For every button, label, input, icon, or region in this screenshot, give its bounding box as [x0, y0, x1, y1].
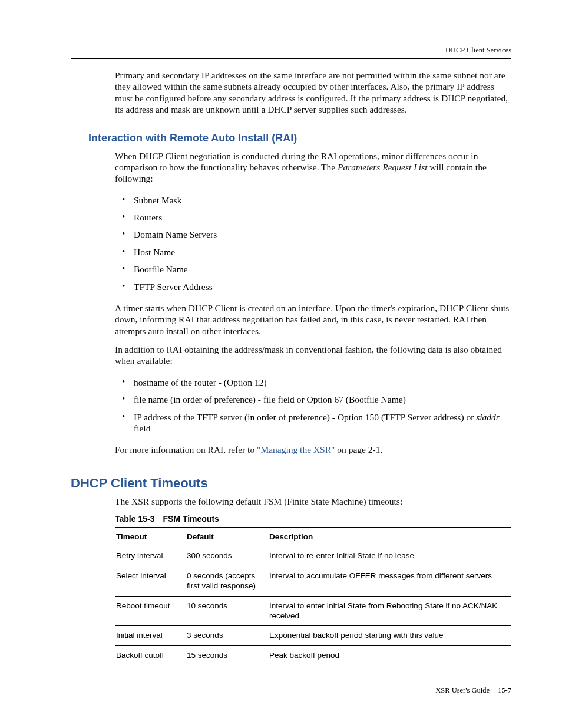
rai-list-2: hostname of the router - (Option 12) fil… [115, 374, 511, 437]
footer-guide: XSR User's Guide [435, 686, 490, 694]
li-text-a: IP address of the TFTP server (in order … [134, 412, 476, 422]
rai-block: When DHCP Client negotiation is conducte… [115, 150, 511, 456]
cell-desc: Exponential backoff period starting with… [268, 626, 511, 646]
cell-desc: Interval to enter Initial State from Reb… [268, 596, 511, 626]
cell-default: 10 seconds [186, 596, 268, 626]
list-item: Subnet Mask [115, 192, 511, 209]
page-footer: XSR User's Guide15-7 [435, 686, 511, 695]
th-default: Default [186, 528, 268, 546]
list-item: TFTP Server Address [115, 278, 511, 295]
cell-timeout: Select interval [115, 566, 186, 596]
table-header-row: Timeout Default Description [115, 528, 511, 546]
th-timeout: Timeout [115, 528, 186, 546]
cell-default: 300 seconds [186, 546, 268, 566]
rai-p1: When DHCP Client negotiation is conducte… [115, 150, 511, 185]
page: DHCP Client Services Primary and seconda… [0, 0, 562, 728]
intro-paragraph: Primary and secondary IP addresses on th… [115, 70, 511, 116]
list-item: IP address of the TFTP server (in order … [115, 409, 511, 437]
cell-default: 15 seconds [186, 646, 268, 666]
cell-default: 0 seconds (accepts first valid response) [186, 566, 268, 596]
rai-p4-b: on page 2-1. [335, 444, 382, 454]
table-row: Initial interval 3 seconds Exponential b… [115, 626, 511, 646]
cell-timeout: Initial interval [115, 626, 186, 646]
intro-block: Primary and secondary IP addresses on th… [115, 70, 511, 116]
running-header: DHCP Client Services [71, 46, 511, 55]
list-item: Routers [115, 209, 511, 226]
heading-timeouts: DHCP Client Timeouts [71, 476, 511, 491]
li-text-b: field [134, 423, 150, 433]
cell-desc: Interval to accumulate OFFER messages fr… [268, 566, 511, 596]
list-item: file name (in order of preference) - fil… [115, 391, 511, 408]
th-description: Description [268, 528, 511, 546]
cell-desc: Peak backoff period [268, 646, 511, 666]
rai-list-1: Subnet Mask Routers Domain Name Servers … [115, 192, 511, 295]
footer-page: 15-7 [498, 686, 511, 694]
rai-p1-i: Parameters Request List [338, 162, 427, 172]
table-title: FSM Timeouts [163, 514, 219, 523]
header-rule [71, 58, 511, 59]
list-item: Domain Name Servers [115, 226, 511, 243]
cell-default: 3 seconds [186, 626, 268, 646]
timeouts-intro: The XSR supports the following default F… [115, 496, 511, 507]
cell-timeout: Retry interval [115, 546, 186, 566]
cell-timeout: Reboot timeout [115, 596, 186, 626]
cell-timeout: Backoff cutoff [115, 646, 186, 666]
cell-desc: Interval to re-enter Initial State if no… [268, 546, 511, 566]
table-number: Table 15-3 [115, 514, 154, 523]
table-row: Reboot timeout 10 seconds Interval to en… [115, 596, 511, 626]
rai-p4: For more information on RAI, refer to "M… [115, 444, 511, 455]
li-text-i: siaddr [476, 412, 500, 422]
list-item: Bootfile Name [115, 261, 511, 278]
table-caption: Table 15-3FSM Timeouts [115, 514, 511, 523]
table-row: Select interval 0 seconds (accepts first… [115, 566, 511, 596]
heading-rai: Interaction with Remote Auto Install (RA… [88, 132, 511, 144]
table-row: Retry interval 300 seconds Interval to r… [115, 546, 511, 566]
rai-p2: A timer starts when DHCP Client is creat… [115, 302, 511, 337]
list-item: Host Name [115, 243, 511, 261]
table-row: Backoff cutoff 15 seconds Peak backoff p… [115, 646, 511, 666]
rai-p4-link[interactable]: "Managing the XSR" [257, 444, 335, 454]
rai-p3: In addition to RAI obtaining the address… [115, 344, 511, 367]
rai-p4-a: For more information on RAI, refer to [115, 444, 257, 454]
fsm-table: Timeout Default Description Retry interv… [115, 527, 511, 666]
list-item: hostname of the router - (Option 12) [115, 374, 511, 391]
timeouts-block: The XSR supports the following default F… [115, 496, 511, 667]
